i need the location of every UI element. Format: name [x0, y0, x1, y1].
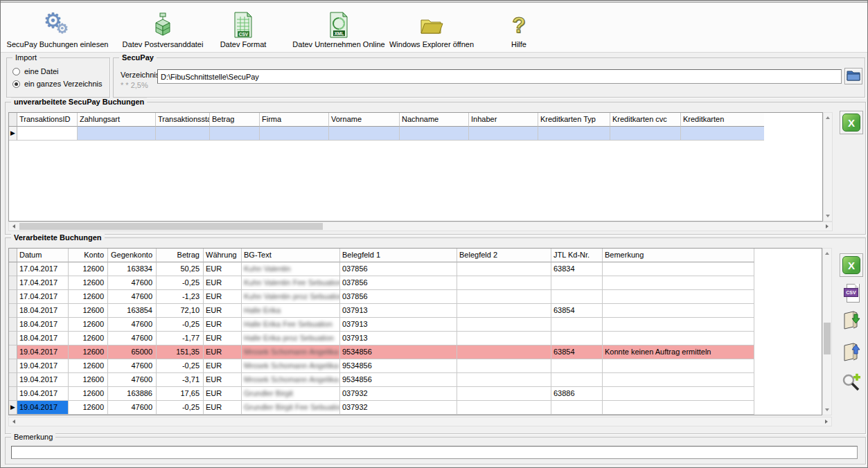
cell-gegenkonto[interactable]: 163886 [108, 387, 157, 401]
cell-bg-text[interactable]: Halle Erika proz Sebuation [242, 332, 340, 345]
cell-bemerkung[interactable] [603, 332, 754, 345]
help-button[interactable]: ? Hilfe [495, 6, 543, 50]
cell-jtl-kd-nr[interactable] [551, 359, 603, 373]
column-header[interactable]: Belegfeld 2 [457, 249, 551, 262]
cell-waehrung[interactable]: EUR [204, 401, 242, 415]
directory-input[interactable] [157, 69, 842, 84]
scroll-up-arrow[interactable] [823, 249, 831, 258]
cell-gegenkonto[interactable]: 47600 [108, 290, 157, 304]
cell-bemerkung[interactable] [603, 359, 754, 373]
datev-unternehmen-online-button[interactable]: XML Datev Unternehmen Online [290, 6, 388, 50]
cell-betrag[interactable]: -1,23 [157, 290, 204, 304]
table-row[interactable]: 19.04.2017 12600 65000 151,35 EUR Mrosek… [9, 345, 754, 359]
cell-belegfeld-2[interactable] [457, 304, 551, 318]
radio-icon-checked[interactable] [12, 80, 20, 88]
cell-waehrung[interactable]: EUR [204, 359, 242, 373]
table-row[interactable]: 17.04.2017 12600 47600 -1,23 EUR Kuhn Va… [9, 290, 754, 304]
cell-bemerkung[interactable] [603, 276, 754, 290]
cell-gegenkonto[interactable]: 47600 [108, 359, 157, 373]
cell-bemerkung[interactable] [603, 304, 754, 318]
cell-waehrung[interactable]: EUR [204, 262, 242, 276]
cell-gegenkonto[interactable]: 47600 [108, 332, 157, 345]
cell-kreditkarten-typ[interactable] [538, 127, 610, 141]
cell-konto[interactable]: 12600 [69, 387, 108, 401]
cell-konto[interactable]: 12600 [69, 359, 108, 373]
read-secupay-bookings-button[interactable]: ⚙⚙ SecuPay Buchungen einlesen [5, 6, 110, 50]
cell-belegfeld-2[interactable] [457, 262, 551, 276]
datev-export-button[interactable] [840, 341, 863, 364]
column-header[interactable]: Firma [260, 113, 329, 127]
cell-waehrung[interactable]: EUR [204, 318, 242, 332]
cell-konto[interactable]: 12600 [69, 373, 108, 387]
cell-belegfeld-1[interactable]: 037913 [340, 304, 457, 318]
cell-jtl-kd-nr[interactable] [551, 276, 603, 290]
unprocessed-v-scrollbar[interactable] [823, 112, 833, 222]
cell-konto[interactable]: 12600 [69, 318, 108, 332]
cell-konto[interactable]: 12600 [69, 345, 108, 359]
cell-betrag[interactable] [210, 127, 260, 141]
column-header[interactable]: JTL Kd-Nr. [551, 249, 603, 262]
cell-konto[interactable]: 12600 [69, 276, 108, 290]
cell-gegenkonto[interactable]: 47600 [108, 401, 157, 415]
datev-format-button[interactable]: CSV Datev Format [212, 6, 274, 50]
cell-datum[interactable]: 19.04.2017 [17, 401, 69, 415]
cell-belegfeld-2[interactable] [457, 401, 551, 415]
cell-belegfeld-2[interactable] [457, 290, 551, 304]
table-row[interactable]: 19.04.2017 12600 47600 -3,71 EUR Mrosek … [9, 373, 754, 387]
bemerkung-input[interactable] [11, 446, 858, 459]
column-header[interactable]: Transaktionsstatus [156, 113, 210, 127]
cell-betrag[interactable]: -0,25 [157, 401, 204, 415]
search-order-button[interactable] [840, 371, 863, 395]
export-csv-button[interactable]: CSV [840, 281, 863, 305]
cell-bg-text[interactable]: Mrosek Schomann Angelika p [242, 373, 340, 387]
cell-jtl-kd-nr[interactable]: 63854 [551, 345, 603, 359]
cell-belegfeld-1[interactable]: 9534856 [340, 373, 457, 387]
scroll-up-arrow[interactable] [824, 114, 832, 122]
scroll-down-arrow[interactable] [824, 212, 832, 220]
column-header[interactable]: Gegenkonto [108, 249, 157, 262]
export-excel-button[interactable]: X [840, 253, 863, 277]
cell-bemerkung[interactable] [603, 387, 754, 401]
datev-import-button[interactable] [840, 309, 863, 332]
cell-betrag[interactable]: -0,25 [157, 359, 204, 373]
cell-kreditkarten-cvc[interactable] [610, 127, 681, 141]
scrollbar-thumb[interactable] [824, 323, 831, 354]
column-header[interactable]: TransaktionsID [17, 113, 78, 127]
cell-belegfeld-2[interactable] [457, 387, 551, 401]
column-header[interactable]: Konto [69, 249, 108, 262]
column-header[interactable]: Nachname [400, 113, 469, 127]
cell-jtl-kd-nr[interactable] [551, 318, 603, 332]
cell-datum[interactable]: 19.04.2017 [17, 387, 69, 401]
cell-vorname[interactable] [329, 127, 400, 141]
processed-bookings-grid[interactable]: DatumKontoGegenkontoBetragWährungBG-Text… [8, 248, 822, 415]
radio-icon[interactable] [12, 68, 20, 75]
export-excel-button[interactable]: X [840, 111, 863, 134]
cell-gegenkonto[interactable]: 47600 [108, 373, 157, 387]
column-header[interactable]: Belegfeld 1 [340, 249, 457, 262]
cell-belegfeld-1[interactable]: 037856 [340, 276, 457, 290]
cell-bemerkung[interactable]: Konnte keinen Auftrag ermitteln [603, 345, 754, 359]
cell-konto[interactable]: 12600 [69, 304, 108, 318]
cell-zahlungsart[interactable] [78, 127, 156, 141]
cell-gegenkonto[interactable]: 65000 [108, 345, 157, 359]
cell-bg-text[interactable]: Kuhn Valentin Fee Sebuation [242, 276, 340, 290]
cell-waehrung[interactable]: EUR [204, 276, 242, 290]
cell-belegfeld-2[interactable] [457, 373, 551, 387]
cell-waehrung[interactable]: EUR [204, 332, 242, 345]
cell-datum[interactable]: 17.04.2017 [17, 290, 69, 304]
cell-betrag[interactable]: -3,71 [157, 373, 204, 387]
processed-h-scrollbar[interactable] [8, 417, 832, 426]
cell-waehrung[interactable]: EUR [204, 387, 242, 401]
cell-bg-text[interactable]: Mrosek Schomann Angelika F [242, 359, 340, 373]
cell-datum[interactable]: 19.04.2017 [17, 373, 69, 387]
cell-bemerkung[interactable] [603, 401, 754, 415]
table-row[interactable]: ▶ [9, 127, 764, 141]
cell-transaktionsstatus[interactable] [156, 127, 210, 141]
cell-jtl-kd-nr[interactable]: 63834 [551, 262, 603, 276]
cell-jtl-kd-nr[interactable] [551, 401, 603, 415]
cell-konto[interactable]: 12600 [69, 290, 108, 304]
table-row[interactable]: 18.04.2017 12600 163854 72,10 EUR Halle … [9, 304, 754, 318]
cell-belegfeld-1[interactable]: 037932 [340, 401, 457, 415]
cell-belegfeld-1[interactable]: 037856 [340, 262, 457, 276]
cell-gegenkonto[interactable]: 47600 [108, 318, 157, 332]
